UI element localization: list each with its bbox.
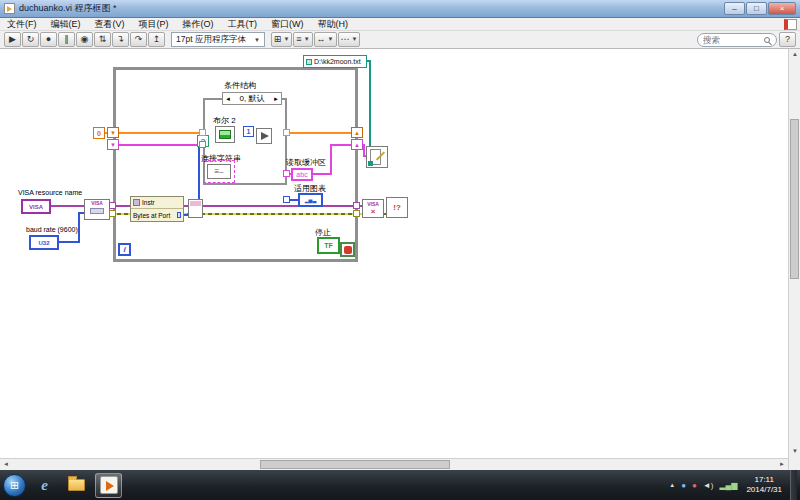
clock-time: 17:11: [754, 475, 773, 484]
reorder-dropdown[interactable]: ⋯▼: [338, 32, 361, 47]
align-objects-dropdown[interactable]: ⊞▼: [271, 32, 293, 47]
iteration-terminal[interactable]: i: [118, 243, 131, 256]
tray-icon[interactable]: ●: [681, 481, 686, 490]
menu-item[interactable]: 操作(O): [176, 18, 221, 30]
property-node-row[interactable]: Bytes at Port: [131, 209, 183, 221]
hidden-icons-chevron[interactable]: ▲: [669, 482, 675, 488]
visa-glyph: VISA: [85, 200, 109, 207]
taskbar-explorer-button[interactable]: [63, 473, 90, 498]
search-icon: [764, 37, 770, 43]
folder-icon: [68, 479, 85, 491]
chevron-down-icon: ▼: [304, 33, 310, 46]
error-handler-node[interactable]: !?: [386, 197, 408, 218]
horizontal-scroll-thumb[interactable]: [260, 460, 450, 469]
titlebar[interactable]: duchuanko.vi 程序框图 * – □ ×: [0, 0, 800, 18]
run-continuous-button[interactable]: ↻: [22, 32, 39, 47]
read-buffer-terminal[interactable]: abc: [291, 168, 313, 181]
menu-item[interactable]: 文件(F): [0, 18, 44, 30]
scroll-down-arrow[interactable]: ▼: [789, 446, 800, 458]
shift-register-left[interactable]: ▼: [107, 127, 119, 138]
step-over-button[interactable]: ↷: [130, 32, 147, 47]
baud-rate-wire[interactable]: [78, 212, 80, 243]
tunnel[interactable]: [109, 210, 116, 217]
tunnel[interactable]: [283, 129, 290, 136]
stop-sign-icon: [344, 246, 352, 254]
chevron-down-icon: ▼: [352, 33, 358, 46]
run-button[interactable]: ▶: [4, 32, 21, 47]
taskbar-labview-button[interactable]: [95, 473, 122, 498]
clock-date: 2014/7/31: [746, 485, 782, 494]
file-path-constant[interactable]: D:\kk2moon.txt: [303, 55, 367, 68]
highlight-execution-button[interactable]: ◉: [76, 32, 93, 47]
scroll-up-arrow[interactable]: ▲: [789, 49, 800, 61]
stop-boolean-terminal[interactable]: TF: [317, 237, 340, 254]
case-selector[interactable]: ◄ 0, 默认 ►: [222, 92, 282, 105]
step-out-button[interactable]: ↥: [148, 32, 165, 47]
step-into-button[interactable]: ↴: [112, 32, 129, 47]
font-selector[interactable]: 17pt 应用程序字体 ▼: [171, 32, 265, 47]
distribute-objects-dropdown[interactable]: ≡▼: [293, 32, 312, 47]
resize-objects-dropdown[interactable]: ↔▼: [314, 32, 337, 47]
menu-item[interactable]: 窗口(W): [264, 18, 311, 30]
tunnel[interactable]: [109, 202, 116, 209]
tunnel[interactable]: [283, 170, 290, 177]
tunnel[interactable]: [353, 202, 360, 209]
help-button[interactable]: ?: [779, 32, 796, 47]
menu-item[interactable]: 编辑(E): [44, 18, 88, 30]
block-diagram-canvas[interactable]: i ▼ ▲ ▼ ▲ 条件结构 ◄ 0, 默认 ► ? 布尔 2: [0, 49, 788, 458]
taskbar-clock[interactable]: 17:11 2014/7/31: [746, 475, 782, 495]
menu-item[interactable]: 查看(V): [88, 18, 132, 30]
case-prev-arrow-icon[interactable]: ◄: [225, 96, 231, 102]
taskbar-ie-button[interactable]: e: [31, 473, 58, 498]
start-button[interactable]: ⊞: [3, 474, 26, 497]
abort-button[interactable]: ●: [40, 32, 57, 47]
pause-button[interactable]: ∥: [58, 32, 75, 47]
tunnel[interactable]: [353, 210, 360, 217]
chevron-down-icon: ▼: [254, 37, 260, 43]
numeric-constant-zero[interactable]: 0: [93, 127, 105, 139]
vertical-scrollbar[interactable]: ▲ ▼: [788, 49, 800, 470]
tray-icon[interactable]: ●: [692, 481, 697, 490]
select-function-node[interactable]: [256, 128, 272, 144]
show-desktop-button[interactable]: [790, 470, 797, 500]
boolean2-node[interactable]: [215, 126, 235, 143]
tunnel[interactable]: [199, 129, 206, 136]
property-node[interactable]: Instr Bytes at Port: [130, 196, 184, 222]
waveform-chart-terminal[interactable]: ▂▅▃: [298, 193, 323, 207]
visa-configure-serial-node[interactable]: VISA: [84, 199, 110, 220]
minimize-button[interactable]: –: [724, 2, 745, 15]
shift-register-right[interactable]: ▲: [351, 139, 363, 150]
subvi-banner: [190, 201, 201, 206]
close-button[interactable]: ×: [768, 2, 796, 15]
network-icon[interactable]: ▂▄▆: [719, 481, 737, 490]
case-next-arrow-icon[interactable]: ►: [273, 96, 279, 102]
visa-resource-terminal[interactable]: VISA: [21, 199, 51, 214]
screen: duchuanko.vi 程序框图 * – □ × 文件(F)编辑(E)查看(V…: [0, 0, 800, 500]
vertical-scroll-thumb[interactable]: [790, 119, 799, 279]
tunnel[interactable]: [199, 141, 206, 148]
write-text-file-node[interactable]: [366, 146, 388, 168]
dropdown-glyph: ⊞: [274, 33, 282, 46]
search-input[interactable]: [703, 35, 761, 45]
menu-item[interactable]: 项目(P): [132, 18, 176, 30]
loop-condition-terminal[interactable]: [340, 242, 355, 257]
menu-item[interactable]: 工具(T): [221, 18, 265, 30]
maximize-button[interactable]: □: [746, 2, 767, 15]
menubar-badge-icon: [784, 19, 797, 30]
subvi-icon-node[interactable]: [188, 199, 203, 218]
horizontal-scrollbar[interactable]: ◄ ►: [0, 458, 788, 470]
menu-item[interactable]: 帮助(H): [311, 18, 356, 30]
baud-rate-wire[interactable]: [59, 241, 79, 243]
path-wire[interactable]: [369, 60, 371, 147]
menubar: 文件(F)编辑(E)查看(V)项目(P)操作(O)工具(T)窗口(W)帮助(H): [0, 18, 800, 31]
ie-icon: e: [41, 477, 48, 494]
shift-register-right[interactable]: ▲: [351, 127, 363, 138]
search-box[interactable]: [697, 33, 777, 47]
volume-icon[interactable]: ◄): [703, 481, 714, 490]
retain-wire-values-button[interactable]: ⇅: [94, 32, 111, 47]
shift-register-left[interactable]: ▼: [107, 139, 119, 150]
visa-close-node[interactable]: VISA ×: [362, 199, 384, 218]
tunnel[interactable]: [283, 196, 290, 203]
numeric-constant-one[interactable]: 1: [243, 126, 254, 137]
baud-rate-terminal[interactable]: U32: [29, 235, 59, 250]
